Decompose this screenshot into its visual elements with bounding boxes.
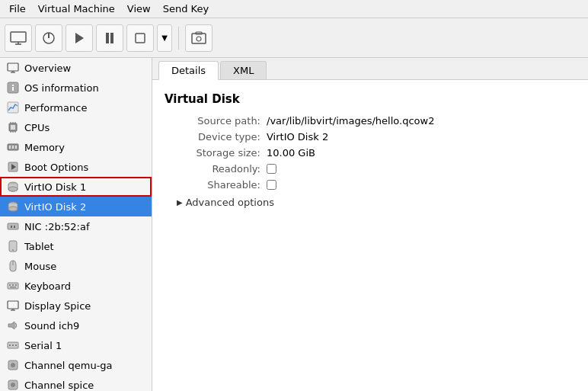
svg-point-36 [8, 207, 18, 211]
sidebar-item-label-sound-ich9: Sound ich9 [24, 320, 79, 332]
keyboard-icon [6, 279, 20, 293]
sidebar-item-label-os-information: OS information [24, 82, 99, 94]
menu-virtual-machine[interactable]: Virtual Machine [32, 2, 121, 16]
sidebar-item-label-virtio-disk-2: VirtIO Disk 2 [24, 201, 86, 213]
sidebar-item-performance[interactable]: Performance [0, 98, 152, 117]
svg-rect-30 [15, 146, 17, 149]
sidebar-item-label-mouse: Mouse [24, 261, 56, 272]
sidebar-item-virtio-disk-2[interactable]: VirtIO Disk 2 [0, 197, 152, 216]
field-row: Device type:VirtIO Disk 2 [165, 131, 576, 143]
menu-send-key[interactable]: Send Key [157, 2, 215, 16]
svg-rect-37 [8, 223, 18, 229]
svg-rect-12 [8, 63, 18, 71]
toolbar-separator [178, 27, 179, 50]
sidebar-item-label-boot-options: Boot Options [24, 162, 88, 173]
sidebar-item-serial-1[interactable]: Serial 1 [0, 335, 152, 355]
serial-icon [6, 338, 20, 352]
sidebar-item-label-nic: NIC :2b:52:af [24, 221, 90, 232]
play-button[interactable] [66, 24, 93, 52]
content-area: DetailsXML Virtual Disk Source path:/var… [152, 58, 588, 391]
overview-icon [6, 61, 20, 75]
display-icon [6, 299, 20, 312]
sidebar-item-nic[interactable]: NIC :2b:52:af [0, 216, 152, 236]
triangle-icon: ▶ [177, 198, 183, 207]
xml-tab[interactable]: XML [220, 61, 267, 79]
field-row: Storage size:10.00 GiB [165, 147, 576, 159]
field-value: 10.00 GiB [267, 147, 315, 159]
sidebar-item-display-spice[interactable]: Display Spice [0, 296, 152, 316]
sidebar: OverviewOS informationPerformanceCPUsMem… [0, 58, 152, 391]
menubar: File Virtual Machine View Send Key [0, 0, 588, 18]
sidebar-item-cpus[interactable]: CPUs [0, 117, 152, 137]
advanced-options-toggle[interactable]: ▶ Advanced options [165, 197, 576, 208]
svg-point-34 [8, 187, 18, 191]
svg-point-11 [197, 37, 201, 41]
details-tab[interactable]: Details [158, 61, 219, 80]
sidebar-item-overview[interactable]: Overview [0, 58, 152, 78]
sidebar-item-channel-qemu-ga[interactable]: Channel qemu-ga [0, 355, 152, 375]
menu-file[interactable]: File [3, 2, 32, 16]
readonly-checkbox[interactable] [267, 164, 276, 174]
main-container: OverviewOS informationPerformanceCPUsMem… [0, 58, 588, 391]
advanced-options-label: Advanced options [186, 197, 274, 208]
svg-rect-8 [136, 34, 145, 43]
checkbox-label-readonly-checkbox: Readonly: [177, 163, 260, 175]
menu-view[interactable]: View [121, 2, 157, 16]
checkbox-row-readonly-checkbox: Readonly: [165, 163, 576, 175]
screenshot-icon [191, 31, 206, 45]
svg-point-57 [11, 363, 15, 367]
svg-rect-46 [15, 284, 17, 286]
monitor-button[interactable] [5, 24, 32, 52]
sidebar-item-channel-spice[interactable]: Channel spice [0, 375, 152, 391]
svg-marker-5 [75, 33, 84, 43]
channel-icon [6, 378, 20, 391]
svg-rect-39 [14, 226, 15, 228]
sidebar-item-label-channel-qemu-ga: Channel qemu-ga [24, 360, 113, 371]
svg-rect-45 [12, 284, 14, 286]
svg-rect-20 [11, 125, 15, 130]
sidebar-item-label-memory: Memory [24, 142, 65, 153]
field-value: /var/lib/libvirt/images/hello.qcow2 [267, 115, 434, 127]
svg-rect-16 [12, 85, 14, 86]
sidebar-item-mouse[interactable]: Mouse [0, 256, 152, 276]
svg-point-59 [11, 383, 15, 387]
checkbox-label-shareable-checkbox: Shareable: [177, 179, 260, 191]
svg-rect-7 [110, 33, 113, 43]
sidebar-item-os-information[interactable]: OS information [0, 78, 152, 98]
mem-icon [6, 140, 20, 154]
svg-point-54 [12, 345, 14, 346]
svg-marker-51 [8, 322, 14, 329]
svg-rect-48 [8, 301, 18, 309]
stop-icon [134, 32, 146, 44]
pause-button[interactable] [96, 24, 123, 52]
sound-icon [6, 319, 20, 332]
svg-rect-47 [10, 287, 16, 288]
channel-icon [6, 358, 20, 372]
toolbar: ▼ [0, 18, 588, 58]
sidebar-item-memory[interactable]: Memory [0, 137, 152, 157]
chart-icon [6, 101, 20, 114]
dropdown-button[interactable]: ▼ [157, 24, 172, 52]
stop-button[interactable] [126, 24, 154, 52]
field-row: Source path:/var/lib/libvirt/images/hell… [165, 115, 576, 127]
power-button[interactable] [35, 24, 62, 52]
sidebar-item-label-display-spice: Display Spice [24, 300, 91, 312]
nic-icon [6, 220, 20, 233]
field-label: Device type: [177, 131, 260, 143]
sidebar-item-label-channel-spice: Channel spice [24, 380, 94, 391]
screenshot-button[interactable] [185, 24, 213, 52]
tablet-icon [6, 239, 20, 253]
sidebar-item-label-virtio-disk-1: VirtIO Disk 1 [24, 181, 86, 193]
svg-rect-29 [12, 146, 14, 149]
boot-icon [6, 160, 20, 174]
sidebar-item-label-keyboard: Keyboard [24, 280, 71, 292]
power-icon [42, 31, 56, 45]
shareable-checkbox[interactable] [267, 180, 276, 190]
sidebar-item-virtio-disk-1[interactable]: VirtIO Disk 1 [0, 177, 152, 197]
mouse-icon [6, 259, 20, 273]
sidebar-item-boot-options[interactable]: Boot Options [0, 157, 152, 177]
sidebar-item-keyboard[interactable]: Keyboard [0, 276, 152, 296]
sidebar-item-tablet[interactable]: Tablet [0, 236, 152, 256]
svg-rect-44 [9, 284, 11, 286]
sidebar-item-sound-ich9[interactable]: Sound ich9 [0, 316, 152, 335]
